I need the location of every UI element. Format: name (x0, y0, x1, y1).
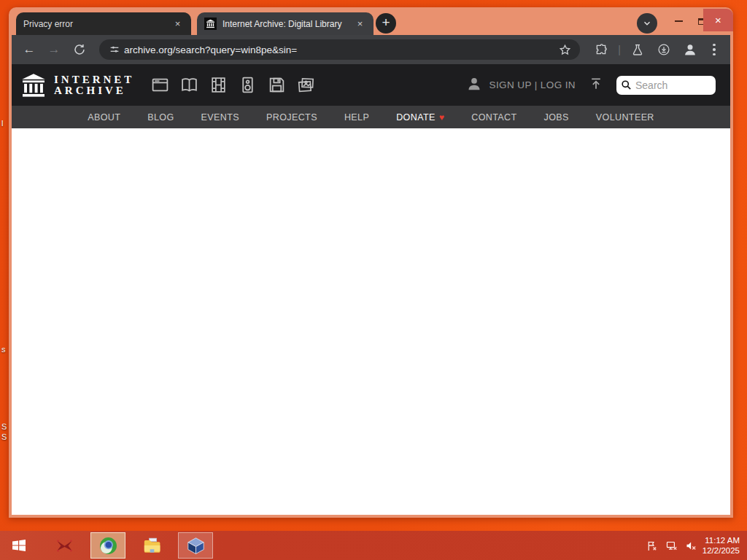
toolbar-separator: | (616, 44, 622, 55)
labs-button[interactable] (627, 39, 649, 61)
ia-nav-projects[interactable]: PROJECTS (266, 112, 317, 122)
media-software-icon[interactable] (267, 75, 287, 95)
browser-toolbar: ← → | (12, 35, 730, 64)
new-tab-button[interactable]: + (376, 13, 396, 34)
reload-icon (73, 43, 86, 56)
page-content-blank (12, 128, 730, 515)
ia-nav-blog[interactable]: BLOG (147, 112, 174, 122)
chevron-down-icon (642, 18, 652, 28)
ia-search-input[interactable] (635, 79, 711, 91)
tab-close-icon[interactable]: × (171, 18, 184, 30)
browser-window: Privacy error × Internet Archive: Digita… (9, 7, 733, 518)
volume-muted-icon[interactable] (685, 539, 698, 552)
ia-nav-jobs[interactable]: JOBS (544, 112, 569, 122)
virtualbox-icon (186, 536, 206, 556)
tab-title: Internet Archive: Digital Library (222, 19, 349, 29)
tab-title: Privacy error (23, 19, 167, 29)
temple-columns-icon (20, 72, 47, 98)
forward-button[interactable]: → (44, 39, 64, 60)
tab-close-icon[interactable]: × (354, 18, 366, 30)
clock-date: 12/2/2025 (703, 545, 740, 556)
signup-login-link[interactable]: SIGN UP | LOG IN (489, 79, 576, 90)
media-images-icon[interactable] (296, 75, 316, 95)
profile-avatar-button[interactable] (679, 39, 701, 61)
downloads-button[interactable] (653, 39, 675, 61)
person-icon (466, 76, 482, 95)
search-icon (621, 79, 632, 90)
desktop-icon-label-fragment: l (1, 119, 3, 128)
windows-logo-icon (10, 537, 28, 554)
back-button[interactable]: ← (19, 39, 39, 60)
file-explorer-icon (142, 536, 162, 556)
tab-privacy-error[interactable]: Privacy error × (16, 12, 191, 35)
taskbar-chrome-button[interactable] (90, 532, 125, 559)
url-input[interactable] (124, 44, 555, 55)
action-center-flag-icon[interactable] (646, 539, 659, 552)
logo-wordmark: INTERNET ARCHIVE (54, 74, 134, 96)
ia-nav-help[interactable]: HELP (344, 112, 369, 122)
ia-nav-donate[interactable]: DONATE ♥ (396, 112, 444, 122)
taskbar-file-explorer-button[interactable] (134, 532, 169, 559)
system-tray (646, 539, 698, 552)
media-texts-icon[interactable] (179, 75, 199, 95)
ia-nav-about[interactable]: ABOUT (88, 112, 120, 122)
taskbar: 11:12 AM 12/2/2025 (0, 531, 747, 560)
site-settings-icon[interactable] (105, 40, 124, 59)
internet-archive-favicon (204, 18, 217, 30)
desktop-icon-label-fragment: S (1, 432, 7, 441)
chrome-browser-icon (98, 536, 118, 556)
flask-icon (631, 43, 644, 56)
red-app-icon (55, 536, 74, 556)
network-status-icon[interactable] (665, 539, 678, 552)
extensions-puzzle-icon (595, 43, 608, 56)
media-type-icons (150, 75, 316, 95)
minimize-icon (675, 20, 683, 22)
person-icon (683, 42, 697, 57)
taskbar-red-app-button[interactable] (47, 532, 82, 559)
page-viewport: INTERNET ARCHIVE (12, 64, 730, 515)
minimize-button[interactable] (667, 10, 689, 32)
media-audio-icon[interactable] (238, 75, 258, 95)
desktop-icon-label-fragment: S (1, 422, 7, 431)
tab-strip: Privacy error × Internet Archive: Digita… (9, 7, 733, 35)
desktop-icon-label-fragment: s (1, 345, 6, 354)
extensions-button[interactable] (590, 39, 612, 61)
ia-nav-volunteer[interactable]: VOLUNTEER (596, 112, 654, 122)
internet-archive-header: INTERNET ARCHIVE (12, 64, 730, 106)
tab-search-button[interactable] (637, 13, 657, 34)
ia-nav-contact[interactable]: CONTACT (471, 112, 516, 122)
tab-internet-archive[interactable]: Internet Archive: Digital Library × (197, 12, 374, 35)
heart-icon: ♥ (439, 112, 445, 122)
browser-menu-button[interactable] (705, 39, 723, 61)
account-area: SIGN UP | LOG IN (466, 76, 721, 95)
reload-button[interactable] (69, 39, 90, 61)
ia-search-box[interactable] (616, 76, 716, 95)
window-close-button[interactable]: × (703, 9, 733, 31)
ia-nav-bar: ABOUT BLOG EVENTS PROJECTS HELP DONATE ♥… (12, 106, 730, 128)
start-button[interactable] (0, 531, 38, 560)
media-video-icon[interactable] (209, 75, 228, 95)
clock-time: 11:12 AM (703, 535, 740, 545)
bookmark-star-icon[interactable] (555, 40, 574, 59)
desktop: l s S S Privacy error × Internet Archive… (0, 0, 747, 560)
internet-archive-logo[interactable]: INTERNET ARCHIVE (20, 72, 134, 98)
download-icon (657, 43, 670, 56)
ia-nav-events[interactable]: EVENTS (201, 112, 239, 122)
address-bar[interactable] (99, 39, 580, 60)
taskbar-virtualbox-button[interactable] (178, 532, 213, 559)
taskbar-clock[interactable]: 11:12 AM 12/2/2025 (698, 535, 747, 556)
upload-arrow-icon (589, 77, 603, 91)
upload-button[interactable] (589, 77, 603, 94)
media-web-icon[interactable] (150, 75, 170, 95)
